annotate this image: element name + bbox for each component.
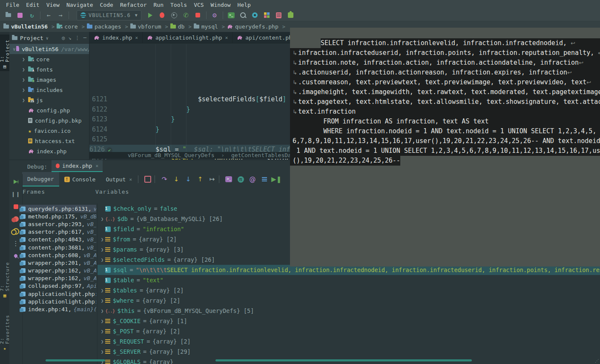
tree-row-favicon-ico[interactable]: ★favicon.ico (9, 126, 89, 136)
variable-row[interactable]: ❯$_POST={array} [2] (98, 326, 600, 336)
chevron-collapsed-icon[interactable]: ❯ (99, 247, 105, 252)
menu-item-view[interactable]: View (43, 2, 63, 8)
gutter-line-6125[interactable]: 6125 (89, 135, 114, 145)
debug-mail-at-icon[interactable]: @ (247, 175, 258, 184)
variable-row[interactable]: ❯$_SERVER={array} [29] (98, 347, 600, 357)
frame-row[interactable]: applicationlight.php:368, (19, 290, 96, 298)
chevron-collapsed-icon[interactable]: ❯ (99, 237, 105, 242)
variable-row[interactable]: 1$table="text" (98, 275, 600, 285)
debug-step-over-icon[interactable]: ↷ (159, 175, 169, 184)
debug-evaluate-expression-icon[interactable]: π (235, 175, 246, 184)
breadcrumb-item-core[interactable]: ✕core (57, 23, 78, 30)
gutter-line-6124[interactable]: 6124 (89, 125, 114, 135)
variable-row[interactable]: ❯{..}$this={vBForum_dB_MYSQL_QueryDefs} … (98, 306, 600, 316)
debug-step-into-icon[interactable]: ↓ (171, 175, 181, 184)
editor-tab-applicationlight-php[interactable]: applicationlight.php✕ (143, 32, 233, 43)
frame-row[interactable]: method.php:175,vB_dB_Quer (19, 212, 96, 220)
breadcrumb-item-mysql[interactable]: mysql (194, 23, 218, 30)
debug-show-execution-point-icon[interactable]: ▶❚ (271, 175, 281, 184)
menu-item-window[interactable]: Window (207, 2, 234, 8)
close-icon[interactable]: ✕ (95, 163, 98, 169)
menu-item-file[interactable]: File (3, 2, 23, 8)
breadcrumb-item-vBulletin56[interactable]: vBulletin56 (3, 23, 48, 30)
frame-row[interactable]: querydefs.php:6131,vBForu (19, 205, 96, 212)
toolbar-search-everywhere-icon[interactable] (238, 11, 248, 20)
tree-row-config-php[interactable]: config.php (9, 105, 89, 115)
gutter-line-6123[interactable]: 6123 (89, 115, 114, 125)
tree-row-js[interactable]: ❯JSjs (9, 95, 89, 105)
variable-row[interactable]: ❯$where={array} [2] (98, 295, 600, 306)
toolbar-open-folder-icon[interactable] (3, 11, 13, 20)
breadcrumb-item-packages[interactable]: packages (87, 23, 121, 30)
sticky-class-name[interactable]: vBForum_dB_MYSQL_QueryDefs (128, 152, 215, 158)
variable-row[interactable]: ❯$_COOKIE={array} [1] (98, 316, 600, 326)
menu-item-edit[interactable]: Edit (23, 2, 43, 8)
tree-row-includes[interactable]: ❯◦includes (9, 85, 89, 95)
variable-row[interactable]: ❯$tables={array} [2] (98, 285, 600, 295)
debug-threads-list-icon[interactable] (259, 175, 270, 184)
frames-hscrollbar[interactable] (46, 359, 105, 361)
tree-row-htaccess-txt[interactable]: htaccess.txt (9, 136, 89, 146)
gutter-line-6122[interactable]: 6122 (89, 105, 114, 115)
menu-item-navigate[interactable]: Navigate (63, 2, 97, 8)
debugger-tab-output[interactable]: Output✕ (100, 172, 137, 186)
run-config-selector[interactable]: VBULLETIN5.6▼ (77, 10, 141, 20)
frame-row[interactable]: assertor.php:293,vB_dB_MY (19, 220, 96, 228)
locate-file-icon[interactable]: ◎ (62, 35, 65, 41)
chevron-expanded-icon[interactable]: ∨ (13, 46, 16, 52)
breadcrumb-item-vbforum[interactable]: vbforum (130, 23, 161, 30)
menu-item-tools[interactable]: Tools (167, 2, 190, 8)
chevron-collapsed-icon[interactable]: ❯ (99, 339, 105, 344)
close-icon[interactable]: ✕ (225, 35, 228, 40)
variable-row[interactable]: ❯$_REQUEST={array} [2] (98, 336, 600, 347)
toolbar-save-icon[interactable] (15, 11, 25, 20)
breadcrumb-item-db[interactable]: db (170, 23, 185, 30)
chevron-collapsed-icon[interactable]: ❯ (22, 77, 28, 83)
editor-tab-index-php[interactable]: index.php✕ (89, 32, 143, 43)
debug-step-out-icon[interactable]: ↑ (195, 175, 205, 184)
menu-item-run[interactable]: Run (150, 2, 167, 8)
tree-row-fonts[interactable]: ❯Afonts (9, 64, 89, 75)
chevron-collapsed-icon[interactable]: ❯ (22, 57, 28, 62)
chevron-collapsed-icon[interactable]: ❯ (22, 97, 28, 103)
menu-item-help[interactable]: Help (234, 2, 254, 8)
toolbar-run-icon[interactable] (146, 11, 155, 20)
chevron-collapsed-icon[interactable]: ❯ (99, 257, 105, 263)
debug-restore-layout-icon[interactable] (143, 175, 153, 184)
menu-item-code[interactable]: Code (97, 2, 117, 8)
frame-row[interactable]: applicationlight.php:183, (19, 298, 96, 305)
toolbar-plugins-icon[interactable] (286, 11, 296, 20)
frame-row[interactable]: wrapper.php:201,vB_Api_Wr (19, 259, 96, 267)
toolbar-back-icon[interactable]: ← (44, 11, 53, 20)
debug-run-to-cursor-icon[interactable]: ↦ (207, 175, 217, 184)
frame-row[interactable]: wrapper.php:162,vB_Api_Wr (19, 267, 96, 275)
toolbar-profiler-icon[interactable] (250, 11, 260, 20)
toolbar-ui-blocks-icon[interactable] (262, 11, 272, 20)
frame-row[interactable]: content.php:4043,vB_Libra (19, 236, 96, 244)
debug-pause-icon[interactable]: ❙❙ (11, 189, 21, 199)
toolbar-settings-icon[interactable]: ⚙ (210, 11, 219, 20)
chevron-collapsed-icon[interactable]: ❯ (22, 67, 28, 72)
toolbar-sync-icon[interactable]: ↻ (27, 11, 37, 20)
tree-row-config-php-bkp[interactable]: config.php.bkp (9, 115, 89, 126)
frame-row[interactable]: index.php:41,{main}() (19, 305, 96, 313)
toolbar-forward-icon[interactable]: → (56, 11, 65, 20)
debugger-tab-console[interactable]: !Console (59, 172, 101, 186)
debug-terminal-icon[interactable]: >_ (224, 175, 234, 184)
toolbar-terminal-icon[interactable]: >_ (227, 11, 236, 20)
toolbar-phone-icon[interactable]: ✆ (181, 11, 191, 20)
sidebar-item-favorites[interactable]: 2: Favorites ★ (0, 312, 9, 353)
toolbar-run-with-coverage-icon[interactable] (169, 11, 179, 20)
gutter-line-6121[interactable]: 6121 (89, 95, 114, 105)
debug-session-tab[interactable]: index.php ✕ (52, 160, 103, 172)
debug-force-step-into-icon[interactable]: ↓ (183, 175, 193, 184)
frame-row[interactable]: wrapper.php:162,vB_Api_Wr (19, 275, 96, 282)
chevron-collapsed-icon[interactable]: ❯ (99, 329, 105, 334)
hide-panel-icon[interactable]: ─ (83, 35, 86, 41)
sidebar-item-structure[interactable]: 7: Structure ▦ (0, 261, 9, 300)
close-icon[interactable]: ✕ (129, 177, 132, 182)
more-options-icon[interactable]: ⋮ (75, 35, 80, 41)
sidebar-item-project[interactable]: 1: Project ▤ (0, 34, 9, 71)
menu-item-vcs[interactable]: VCS (190, 2, 207, 8)
chevron-collapsed-icon[interactable]: ❯ (99, 318, 105, 324)
